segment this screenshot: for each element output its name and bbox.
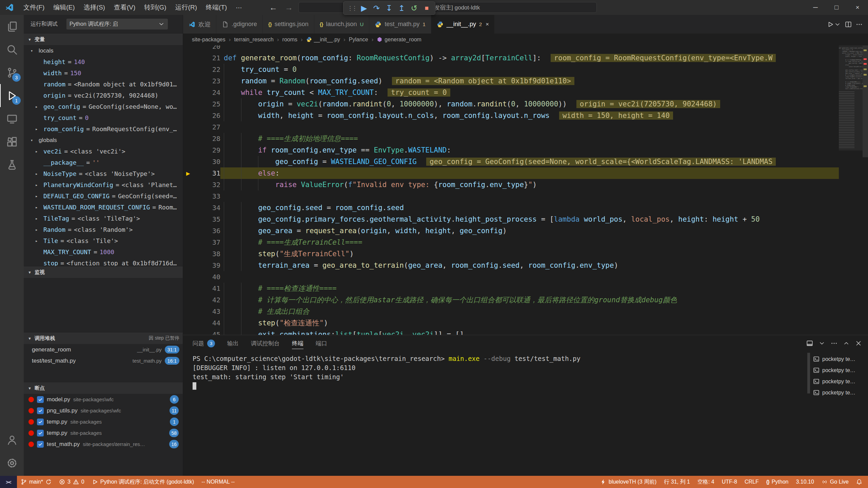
panel-tab-调试控制台[interactable]: 调试控制台: [251, 335, 280, 351]
variable-row[interactable]: __package__='': [24, 157, 183, 168]
callstack-section-header[interactable]: ▾ 调用堆栈 因 step 已暂停: [24, 332, 183, 344]
variable-row[interactable]: ▸Tile=<class 'Tile'>: [24, 235, 183, 246]
activitybar-remote-explorer[interactable]: [0, 107, 24, 130]
status-debug-launch[interactable]: Python 调试程序: 启动文件 (godot-ldtk): [88, 476, 198, 488]
code-line-25[interactable]: 25origin = vec2i(random.randint(0, 10000…: [183, 98, 839, 110]
activitybar-settings[interactable]: [0, 451, 24, 474]
status-vim-mode[interactable]: -- NORMAL --: [198, 476, 238, 488]
step-into-button[interactable]: ↧: [383, 2, 395, 14]
code-line-44[interactable]: 44step("检查连通性"): [183, 317, 839, 329]
status-python-version[interactable]: 3.10.10: [792, 476, 817, 488]
breakpoint-checkbox[interactable]: [37, 396, 44, 403]
gutter[interactable]: 32: [183, 179, 220, 190]
scope-globals[interactable]: ▾globals: [24, 135, 183, 146]
variable-row[interactable]: ▸geo_config=GeoConfig(seed=None, wor…: [24, 101, 183, 112]
editor-scrollbar[interactable]: [863, 45, 868, 335]
terminal-scrollbar[interactable]: [806, 351, 811, 476]
close-panel-icon[interactable]: [855, 340, 862, 347]
restart-button[interactable]: ↺: [408, 2, 420, 14]
variable-row[interactable]: ▸vec2i=<class 'vec2i'>: [24, 146, 183, 157]
code-line-36[interactable]: 36geo_area = request_area(origin, width,…: [183, 225, 839, 237]
breakpoint-checkbox[interactable]: [37, 407, 44, 414]
tab-欢迎[interactable]: 欢迎: [183, 15, 216, 34]
breakpoint-row[interactable]: png_utils.pysite-packages\wfc11: [24, 405, 183, 416]
tab-test_math.py[interactable]: test_math.py1: [369, 15, 431, 34]
activitybar-extensions[interactable]: [0, 130, 24, 153]
breakpoints-section-header[interactable]: ▾ 断点: [24, 382, 183, 394]
variable-row[interactable]: MAX_TRY_COUNT=1000: [24, 246, 183, 258]
panel-tab-输出[interactable]: 输出: [227, 335, 239, 351]
watch-body[interactable]: [24, 278, 183, 332]
activitybar-run-and-debug[interactable]: 1: [0, 84, 24, 107]
tab-launch.json[interactable]: {}launch.jsonU: [314, 15, 370, 34]
gutter[interactable]: 36: [183, 225, 220, 237]
breakpoint-row[interactable]: temp.pysite-packages1: [24, 416, 183, 427]
maximize-button[interactable]: □: [826, 0, 847, 15]
terminal-instance[interactable]: pocketpy te…: [811, 387, 868, 398]
status-notifications[interactable]: [852, 476, 866, 488]
watch-section-header[interactable]: ▾ 监视: [24, 266, 183, 278]
panel-tab-问题[interactable]: 问题3: [193, 335, 215, 351]
gutter[interactable]: 44: [183, 317, 220, 329]
code-line-27[interactable]: 27: [183, 121, 839, 133]
code-line-45[interactable]: 45exit_combinations:list[tuple[vec2i, ve…: [183, 329, 839, 335]
gutter[interactable]: 24: [183, 87, 220, 98]
code-line-29[interactable]: 29if room_config.env_type == EnvType.WAS…: [183, 144, 839, 156]
code-line-21[interactable]: 21def generate_room(room_config: RoomReq…: [183, 52, 839, 64]
step-over-button[interactable]: ↷: [370, 2, 383, 14]
menu-overflow[interactable]: ⋯: [231, 0, 246, 15]
breadcrumb-item[interactable]: site-packages: [192, 37, 225, 43]
callstack-frame[interactable]: generate_room__init__.py31:1: [24, 344, 183, 355]
breakpoint-row[interactable]: model.pysite-packages\wfc6: [24, 394, 183, 405]
tab-.gdignore[interactable]: .gdignore: [216, 15, 263, 34]
variable-row[interactable]: stop=<function stop at 0x1bf8d716d…: [24, 258, 183, 266]
stop-button[interactable]: ■: [420, 2, 433, 14]
variable-row[interactable]: ▸WASTELAND_ROOM_REQUEST_CONFIG=RoomR…: [24, 202, 183, 213]
breakpoint-checkbox[interactable]: [37, 430, 44, 436]
gutter[interactable]: 29: [183, 144, 220, 156]
code-line-42[interactable]: 42# 计算每一个出口的中心，然后使用astar生成路径，确保每一个出口组合都可…: [183, 294, 839, 306]
breadcrumb-item[interactable]: terrain_research: [234, 37, 274, 43]
code-line-40[interactable]: 40: [183, 271, 839, 283]
gutter[interactable]: 28: [183, 133, 220, 144]
menu-1[interactable]: 文件(F): [19, 0, 49, 15]
variable-row[interactable]: ▸PlanetaryWindConfig=<class 'Planeta…: [24, 179, 183, 190]
variable-row[interactable]: ▸Random=<class 'Random'>: [24, 224, 183, 235]
gutter[interactable]: 26: [183, 110, 220, 121]
code-line-24[interactable]: 24while try_count < MAX_TRY_COUNT:try_co…: [183, 87, 839, 98]
code-line-39[interactable]: 39terrain_area = geo_area_to_terrain(geo…: [183, 260, 839, 271]
tab-settings.json[interactable]: {}settings.json: [263, 15, 314, 34]
menu-5[interactable]: 转到(G): [140, 0, 171, 15]
close-button[interactable]: ×: [847, 0, 868, 15]
breakpoint-checkbox[interactable]: [37, 441, 44, 448]
gutter[interactable]: 23: [183, 75, 220, 87]
status-eol[interactable]: CRLF: [741, 476, 763, 488]
panel-layout-icon[interactable]: [806, 340, 813, 347]
more-actions-icon[interactable]: [856, 21, 863, 28]
minimap[interactable]: def generate_room(room_config: RoomReque…: [839, 45, 863, 335]
gutter[interactable]: 37: [183, 237, 220, 248]
chevron-down-icon[interactable]: [818, 340, 825, 347]
gutter[interactable]: 34: [183, 202, 220, 214]
code-line-30[interactable]: 30geo_config = WASTELAND_GEO_CONFIGgeo_c…: [183, 156, 839, 167]
split-editor-icon[interactable]: [845, 21, 852, 28]
gutter[interactable]: 42: [183, 294, 220, 306]
variable-row[interactable]: ▸DEFAULT_GEO_CONFIG=GeoConfig(seed=1…: [24, 190, 183, 202]
code-line-28[interactable]: 28# ====生成初始地理信息====: [183, 133, 839, 144]
breakpoint-row[interactable]: test_math.pysite-packages\terrain_res…16: [24, 439, 183, 450]
back-arrow-icon[interactable]: ←: [267, 3, 279, 12]
gutter[interactable]: 35: [183, 214, 220, 225]
code-line-41[interactable]: 41# ====检查连通性====: [183, 283, 839, 294]
status-encoding[interactable]: UTF-8: [718, 476, 741, 488]
panel-tab-终端[interactable]: 终端: [292, 335, 303, 351]
panel-tab-端口[interactable]: 端口: [316, 335, 327, 351]
debug-config-dropdown[interactable]: Python 调试程序: 启: [66, 19, 168, 29]
gutter[interactable]: ▶31: [183, 167, 220, 179]
code-line-23[interactable]: 23random = Random(room_config.seed)rando…: [183, 75, 839, 87]
variable-row[interactable]: origin=vec2i(7205730, 9024468): [24, 90, 183, 101]
breakpoint-row[interactable]: temp.pysite-packages58: [24, 427, 183, 439]
status-indentation[interactable]: 空格: 4: [694, 476, 718, 488]
gutter[interactable]: 22: [183, 64, 220, 75]
gutter[interactable]: 21: [183, 52, 220, 64]
gutter[interactable]: 41: [183, 283, 220, 294]
